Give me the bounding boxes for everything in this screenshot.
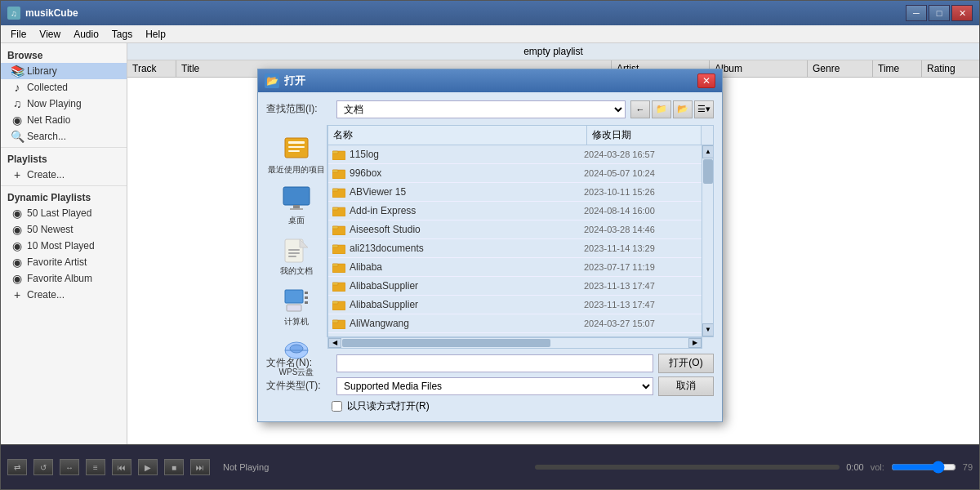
filetype-row: 文件类型(T): Supported Media Files 取消 (266, 376, 714, 396)
file-row[interactable]: 115log 2024-03-28 16:57 (328, 145, 702, 164)
scroll-thumb[interactable] (703, 159, 713, 184)
folder-icon-2 (332, 185, 346, 199)
dialog-location-row: 查找范围(I): 文档 ← 📁 📂 ☰▾ (266, 100, 714, 118)
location-label: 查找范围(I): (266, 102, 332, 116)
svg-rect-13 (287, 305, 301, 311)
file-row[interactable]: AlibabaSupplier 2023-11-13 17:47 (328, 296, 702, 314)
filetype-label: 文件类型(T): (266, 379, 332, 393)
h-scrollbar[interactable]: ◀ ▶ (327, 337, 702, 349)
dialog-icon: 📂 (265, 74, 279, 88)
folder-icon-3 (332, 203, 346, 218)
svg-point-18 (290, 345, 303, 353)
col-date-header[interactable]: 修改日期 (587, 126, 702, 145)
folder-icon-1 (332, 166, 346, 180)
file-row[interactable]: ABViewer 15 2023-10-11 15:26 (328, 183, 702, 202)
h-scrollbar-row: ◀ ▶ (327, 337, 714, 349)
filename-input[interactable] (336, 354, 653, 372)
folder-icon-4 (332, 222, 346, 237)
scroll-up-button[interactable]: ▲ (702, 145, 713, 158)
svg-rect-23 (332, 170, 338, 172)
recent-label: 最近使用的项目 (268, 164, 325, 176)
folder-icon-0 (332, 147, 346, 162)
view-toggle-button[interactable]: ☰▾ (694, 100, 714, 118)
recent-icon (282, 133, 311, 163)
readonly-row: 以只读方式打开(R) (266, 399, 714, 413)
svg-rect-10 (288, 252, 300, 254)
readonly-checkbox[interactable] (332, 401, 342, 412)
file-row[interactable]: 996box 2024-05-07 10:24 (328, 164, 702, 183)
filetype-select[interactable]: Supported Media Files (336, 377, 653, 395)
svg-rect-25 (332, 189, 338, 191)
svg-marker-8 (300, 239, 308, 247)
nav-up-button[interactable]: 📁 (652, 100, 671, 118)
file-list-container: 名称 修改日期 115log 2024-03-28 16:57 996box 2… (327, 125, 714, 337)
svg-rect-39 (332, 320, 338, 323)
col-name-header[interactable]: 名称 (328, 126, 587, 145)
svg-rect-37 (332, 301, 338, 304)
filename-row: 文件名(N): 打开(O) (266, 354, 714, 373)
dialog-close-button[interactable]: ✕ (697, 74, 715, 88)
file-list: 115log 2024-03-28 16:57 996box 2024-05-0… (328, 145, 702, 336)
dialog-body: 查找范围(I): 文档 ← 📁 📂 ☰▾ (258, 92, 722, 421)
desktop-label: 桌面 (288, 215, 305, 226)
open-button[interactable]: 打开(O) (658, 354, 714, 373)
folder-icon-5 (332, 241, 346, 256)
file-scrollbar[interactable]: ▲ ▼ (702, 145, 713, 336)
folder-icon-6 (332, 260, 346, 274)
dialog-title-text: 📂 打开 (265, 74, 305, 88)
svg-rect-11 (288, 256, 296, 257)
file-row[interactable]: Aiseesoft Studio 2024-03-28 14:46 (328, 220, 702, 239)
file-row[interactable]: AlibabaSupplier 2023-11-13 17:47 (328, 277, 702, 296)
folder-icon-9 (332, 316, 346, 331)
svg-rect-33 (332, 264, 338, 266)
file-row[interactable]: Alibaba 2023-07-17 11:19 (328, 258, 702, 277)
file-row[interactable]: Add-in Express 2024-08-14 16:00 (328, 202, 702, 220)
desktop-icon (282, 184, 311, 213)
svg-rect-35 (332, 283, 338, 285)
shortcut-documents[interactable]: 我的文档 (266, 231, 327, 280)
shortcut-computer[interactable]: 计算机 (266, 282, 327, 331)
svg-rect-1 (288, 141, 305, 144)
shortcut-desktop[interactable]: 桌面 (266, 180, 327, 229)
dialog-overlay: 📂 打开 ✕ 查找范围(I): 文档 ← 📁 📂 ☰▾ (0, 0, 980, 490)
documents-icon (282, 234, 311, 264)
filename-label: 文件名(N): (266, 356, 332, 370)
nav-back-button[interactable]: ← (630, 100, 650, 118)
svg-rect-3 (288, 150, 300, 152)
folder-icon-7 (332, 278, 346, 293)
svg-rect-12 (285, 290, 303, 303)
shortcuts-panel: 最近使用的项目 桌面 (266, 125, 327, 337)
svg-rect-16 (305, 301, 308, 304)
scroll-down-button[interactable]: ▼ (702, 323, 713, 336)
scroll-track (702, 185, 713, 323)
new-folder-button[interactable]: 📂 (673, 100, 693, 118)
shortcut-recent[interactable]: 最近使用的项目 (266, 130, 327, 179)
dialog-toolbar: ← 📁 📂 ☰▾ (630, 100, 714, 118)
computer-icon (282, 285, 311, 314)
file-browser: 最近使用的项目 桌面 (266, 125, 714, 337)
open-file-dialog: 📂 打开 ✕ 查找范围(I): 文档 ← 📁 📂 ☰▾ (257, 69, 723, 422)
file-row[interactable]: AliWangwang 2024-03-27 15:07 (328, 314, 702, 333)
file-list-header: 名称 修改日期 (328, 126, 713, 145)
hscroll-track (341, 338, 688, 348)
svg-rect-6 (290, 208, 303, 210)
documents-label: 我的文档 (280, 265, 313, 277)
hscroll-left[interactable]: ◀ (328, 338, 341, 348)
svg-rect-14 (305, 292, 308, 294)
cancel-button[interactable]: 取消 (658, 376, 714, 396)
corner-spacer (702, 337, 714, 349)
svg-rect-2 (288, 146, 305, 148)
file-list-scroll: 115log 2024-03-28 16:57 996box 2024-05-0… (328, 145, 713, 336)
folder-icon-8 (332, 297, 346, 312)
file-row[interactable]: ali213documents 2023-11-14 13:29 (328, 239, 702, 258)
header-scroll-spacer (702, 126, 713, 145)
hscroll-thumb[interactable] (342, 339, 550, 347)
dialog-title-bar: 📂 打开 ✕ (258, 69, 722, 92)
svg-rect-9 (288, 249, 300, 251)
svg-rect-15 (305, 296, 308, 299)
svg-rect-21 (332, 151, 338, 154)
computer-label: 计算机 (284, 316, 309, 327)
hscroll-right[interactable]: ▶ (688, 338, 702, 348)
svg-rect-4 (283, 187, 310, 205)
location-select[interactable]: 文档 (336, 100, 626, 118)
